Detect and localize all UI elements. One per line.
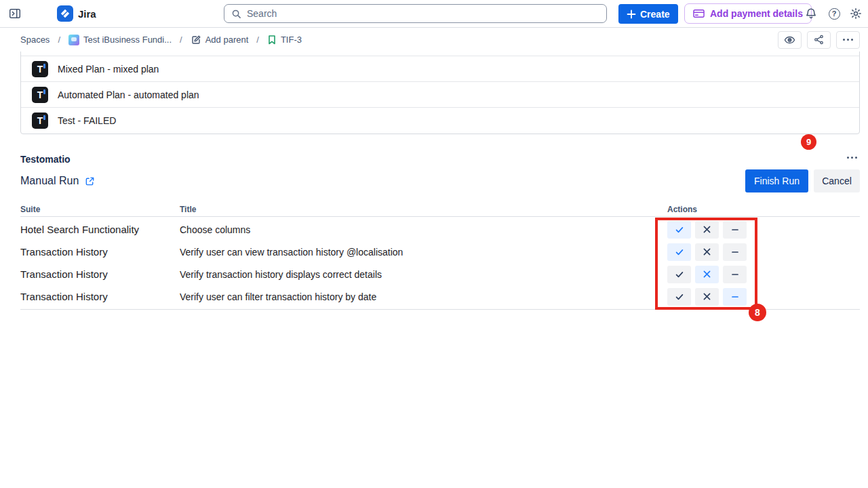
search-input[interactable] — [247, 8, 599, 19]
plan-title: Mixed Plan - mixed plan — [58, 64, 159, 75]
action-skip-button[interactable] — [723, 243, 747, 261]
minus-icon — [730, 247, 740, 257]
testomatio-more-button[interactable] — [847, 157, 857, 159]
page-actions — [778, 31, 860, 49]
test-plans-card: T Mixed Plan - mixed plan T Automated Pl… — [20, 52, 860, 134]
action-pass-button[interactable] — [667, 243, 691, 261]
ellipsis-icon — [843, 39, 853, 41]
test-title-cell: Verify transaction history displays corr… — [180, 269, 667, 280]
eye-icon — [784, 35, 795, 45]
test-row: Transaction HistoryVerify user can filte… — [20, 285, 860, 308]
action-fail-button[interactable] — [695, 288, 719, 306]
plan-row-clipped — [21, 52, 859, 56]
action-skip-button[interactable] — [723, 221, 747, 239]
help-icon[interactable]: ? — [827, 7, 841, 20]
test-title-cell: Verify user can view transaction history… — [180, 247, 667, 258]
cross-icon — [703, 292, 711, 301]
plus-icon — [627, 9, 636, 19]
breadcrumb: Spaces / Test iBusiness Fundi... / Add p… — [20, 35, 302, 45]
test-actions-cell — [667, 221, 860, 239]
share-icon — [814, 35, 824, 45]
plan-row-automated[interactable]: T Automated Plan - automated plan — [21, 82, 859, 108]
cross-icon — [703, 270, 711, 279]
header-actions: Actions — [667, 205, 860, 214]
top-app-bar: Jira Create Add payment details ? — [0, 0, 868, 28]
sidebar-toggle-icon[interactable] — [8, 7, 22, 20]
create-button[interactable]: Create — [618, 4, 678, 24]
testomatio-plan-icon: T — [32, 113, 48, 129]
test-actions-cell — [667, 243, 860, 261]
testomatio-section-title: Testomatio — [20, 154, 71, 165]
action-skip-button[interactable] — [723, 266, 747, 283]
add-payment-details-button[interactable]: Add payment details — [684, 3, 812, 24]
cross-icon — [703, 225, 711, 234]
app-title: Jira — [78, 8, 96, 20]
table-header-row: Suite Title Actions — [20, 205, 860, 217]
bookmark-icon — [267, 35, 277, 45]
test-suite-cell: Transaction History — [20, 291, 180, 302]
test-title-cell: Verify user can filter transaction histo… — [180, 291, 667, 302]
minus-icon — [730, 225, 740, 235]
jira-logo[interactable] — [57, 5, 73, 22]
testomatio-plan-icon: T — [32, 61, 48, 77]
run-title-row: Manual Run — [20, 175, 95, 187]
breadcrumb-separator: / — [58, 35, 60, 45]
action-pass-button[interactable] — [667, 288, 691, 306]
plan-title: Test - FAILED — [58, 115, 116, 126]
test-actions-cell — [667, 288, 860, 306]
action-fail-button[interactable] — [695, 221, 719, 239]
plan-row-mixed[interactable]: T Mixed Plan - mixed plan — [21, 56, 859, 82]
breadcrumb-add-parent[interactable]: Add parent — [191, 35, 249, 45]
external-link-icon[interactable] — [85, 176, 95, 186]
cancel-button[interactable]: Cancel — [814, 169, 860, 192]
minus-icon — [730, 270, 740, 279]
credit-card-icon — [693, 9, 705, 18]
cross-icon — [703, 247, 711, 256]
global-search[interactable] — [224, 4, 607, 23]
test-actions-cell — [667, 266, 860, 283]
test-suite-cell: Hotel Search Functionality — [20, 224, 180, 235]
breadcrumb-space[interactable]: Test iBusiness Fundi... — [68, 35, 172, 45]
test-table-body: Hotel Search FunctionalityChoose columns… — [20, 217, 860, 310]
breadcrumb-issue[interactable]: TIF-3 — [267, 35, 302, 45]
check-icon — [675, 270, 684, 279]
space-avatar — [68, 35, 79, 45]
header-title: Title — [180, 205, 667, 214]
main-content: T Mixed Plan - mixed plan T Automated Pl… — [0, 52, 868, 488]
testomatio-plan-icon: T — [32, 87, 48, 103]
search-icon — [231, 9, 241, 19]
minus-icon — [730, 292, 740, 302]
plan-row-test-failed[interactable]: T Test - FAILED — [21, 108, 859, 134]
plan-title: Automated Plan - automated plan — [58, 89, 199, 100]
check-icon — [675, 225, 684, 235]
watch-eye-button[interactable] — [778, 31, 802, 49]
action-skip-button[interactable] — [723, 288, 747, 306]
settings-gear-icon[interactable] — [849, 7, 863, 20]
action-pass-button[interactable] — [667, 221, 691, 239]
action-fail-button[interactable] — [695, 266, 719, 283]
action-pass-button[interactable] — [667, 266, 691, 283]
edit-icon — [191, 35, 201, 45]
action-fail-button[interactable] — [695, 243, 719, 261]
share-button[interactable] — [807, 31, 831, 49]
test-row: Hotel Search FunctionalityChoose columns — [20, 218, 860, 241]
app-switcher-icon[interactable] — [31, 7, 45, 20]
test-run-table: Suite Title Actions Hotel Search Functio… — [20, 205, 860, 310]
test-row: Transaction HistoryVerify user can view … — [20, 241, 860, 263]
breadcrumb-spaces[interactable]: Spaces — [20, 35, 50, 45]
test-suite-cell: Transaction History — [20, 268, 180, 280]
finish-run-button[interactable]: Finish Run — [745, 169, 808, 192]
header-suite: Suite — [20, 205, 180, 214]
check-icon — [675, 247, 684, 257]
notifications-bell-icon[interactable] — [804, 7, 818, 20]
test-row: Transaction HistoryVerify transaction hi… — [20, 263, 860, 285]
test-suite-cell: Transaction History — [20, 246, 180, 258]
breadcrumb-bar: Spaces / Test iBusiness Fundi... / Add p… — [0, 28, 868, 52]
check-icon — [675, 292, 684, 302]
run-title-text: Manual Run — [20, 175, 79, 187]
test-title-cell: Choose columns — [180, 224, 667, 235]
more-actions-button[interactable] — [836, 31, 860, 49]
ellipsis-icon — [847, 157, 857, 159]
